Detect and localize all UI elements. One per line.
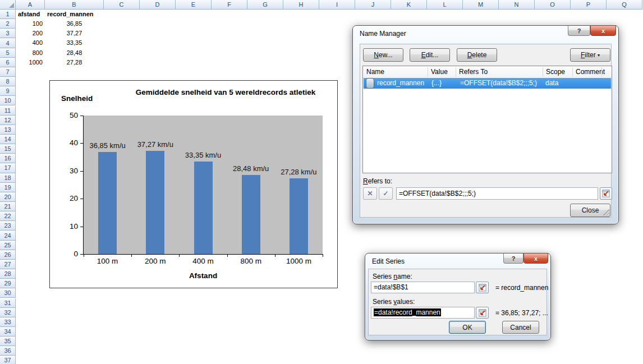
column-header-H[interactable]: H — [283, 0, 319, 10]
close-window-button[interactable]: x — [523, 253, 548, 264]
nm-column-header-comment[interactable]: Comment — [572, 66, 605, 78]
row-header-29[interactable]: 29 — [0, 279, 16, 288]
row-header-12[interactable]: 12 — [0, 116, 16, 125]
column-header-D[interactable]: D — [140, 0, 176, 10]
scope-cell: data — [545, 78, 558, 89]
column-header-M[interactable]: M — [463, 0, 499, 10]
row-header-4[interactable]: 4 — [0, 38, 16, 48]
chart-bar-100-m[interactable] — [98, 152, 117, 254]
cell-A3[interactable]: 200 — [16, 29, 45, 38]
column-header-E[interactable]: E — [176, 0, 212, 10]
cell-A1[interactable]: afstand — [16, 10, 45, 19]
row-header-31[interactable]: 31 — [0, 298, 16, 308]
row-header-1[interactable]: 1 — [0, 10, 16, 19]
chart-bar-800-m[interactable] — [242, 175, 260, 254]
select-all-corner[interactable] — [0, 0, 16, 10]
commit-edit-button[interactable]: ✓ — [379, 187, 393, 200]
row-header-23[interactable]: 23 — [0, 221, 16, 231]
row-header-6[interactable]: 6 — [0, 58, 16, 67]
column-header-L[interactable]: L — [427, 0, 463, 10]
delete-button[interactable]: Delete — [457, 48, 497, 62]
column-header-Q[interactable]: Q — [607, 0, 642, 10]
nm-column-header-name[interactable]: Name — [363, 66, 384, 78]
chart-bar-200-m[interactable] — [146, 151, 164, 254]
row-header-18[interactable]: 18 — [0, 173, 16, 183]
nm-column-header-scope[interactable]: Scope — [543, 66, 565, 78]
collapse-dialog-button[interactable] — [600, 187, 612, 200]
column-header-F[interactable]: F — [212, 0, 247, 10]
chart[interactable]: Gemiddelde snelheid van 5 wereldrecords … — [49, 80, 338, 288]
row-header-9[interactable]: 9 — [0, 86, 16, 96]
row-header-28[interactable]: 28 — [0, 269, 16, 279]
row-header-35[interactable]: 35 — [0, 337, 16, 346]
row-header-11[interactable]: 11 — [0, 106, 16, 116]
cell-B3[interactable]: 37,27 — [45, 29, 104, 38]
row-header-17[interactable]: 17 — [0, 163, 16, 173]
row-header-5[interactable]: 5 — [0, 48, 16, 58]
help-button[interactable]: ? — [568, 25, 590, 36]
column-header-J[interactable]: J — [355, 0, 391, 10]
row-header-32[interactable]: 32 — [0, 308, 16, 317]
row-header-37[interactable]: 37 — [0, 356, 16, 364]
column-header-P[interactable]: P — [571, 0, 607, 10]
row-header-30[interactable]: 30 — [0, 288, 16, 298]
cell-A6[interactable]: 1000 — [16, 58, 45, 67]
column-header-N[interactable]: N — [499, 0, 535, 10]
collapse-dialog-button[interactable] — [476, 282, 489, 293]
cancel-button[interactable]: Cancel — [502, 321, 539, 334]
row-header-19[interactable]: 19 — [0, 183, 16, 192]
row-header-15[interactable]: 15 — [0, 144, 16, 154]
nm-column-header-value[interactable]: Value — [428, 66, 448, 78]
row-header-8[interactable]: 8 — [0, 77, 16, 86]
row-header-22[interactable]: 22 — [0, 211, 16, 221]
cell-B6[interactable]: 27,28 — [45, 58, 104, 67]
column-header-K[interactable]: K — [391, 0, 427, 10]
close-window-button[interactable]: x — [590, 25, 616, 36]
row-header-21[interactable]: 21 — [0, 202, 16, 211]
edit-button[interactable]: Edit... — [410, 48, 450, 62]
column-header-C[interactable]: C — [104, 0, 140, 10]
row-header-13[interactable]: 13 — [0, 125, 16, 135]
cell-A5[interactable]: 800 — [16, 48, 45, 58]
column-header-A[interactable]: A — [16, 0, 45, 10]
row-header-7[interactable]: 7 — [0, 67, 16, 77]
column-header-I[interactable]: I — [319, 0, 355, 10]
nm-column-header-refers-to[interactable]: Refers To — [456, 66, 488, 78]
row-header-27[interactable]: 27 — [0, 260, 16, 269]
cell-A4[interactable]: 400 — [16, 38, 45, 48]
column-header-B[interactable]: B — [45, 0, 104, 10]
series-values-input[interactable]: =data!record_mannen — [371, 307, 475, 319]
column-header-G[interactable]: G — [247, 0, 283, 10]
cell-B1[interactable]: record_mannen — [45, 10, 104, 19]
help-button[interactable]: ? — [503, 253, 523, 264]
series-name-input[interactable]: =data!$B$1 — [371, 282, 475, 293]
refers-to-input[interactable]: =OFFSET(data!$B$2;;;5;) — [396, 187, 598, 200]
filter-button[interactable]: Filter ▾ — [570, 48, 610, 62]
names-list: NameValueRefers ToScopeComment record_ma… — [362, 66, 612, 173]
row-header-2[interactable]: 2 — [0, 19, 16, 29]
row-header-20[interactable]: 20 — [0, 192, 16, 202]
x-category-label: 200 m — [130, 257, 181, 265]
cell-B5[interactable]: 28,48 — [45, 48, 104, 58]
column-header-O[interactable]: O — [535, 0, 571, 10]
ok-button[interactable]: OK — [449, 321, 486, 334]
chart-bar-400-m[interactable] — [194, 162, 213, 254]
new-button[interactable]: New... — [363, 48, 403, 62]
row-header-33[interactable]: 33 — [0, 317, 16, 327]
name-list-row[interactable]: record_mannen {...} =OFFSET(data!$B$2;;;… — [364, 78, 611, 89]
row-header-26[interactable]: 26 — [0, 250, 16, 260]
cell-B4[interactable]: 33,35 — [45, 38, 104, 48]
row-header-10[interactable]: 10 — [0, 96, 16, 105]
collapse-dialog-button[interactable] — [476, 307, 489, 319]
row-header-25[interactable]: 25 — [0, 241, 16, 250]
row-header-14[interactable]: 14 — [0, 135, 16, 144]
cell-B2[interactable]: 36,85 — [45, 19, 104, 29]
chart-bar-1000-m[interactable] — [290, 178, 308, 254]
row-header-36[interactable]: 36 — [0, 346, 16, 356]
row-header-3[interactable]: 3 — [0, 29, 16, 38]
row-header-16[interactable]: 16 — [0, 154, 16, 163]
row-header-34[interactable]: 34 — [0, 327, 16, 337]
cancel-edit-button[interactable]: ✕ — [363, 187, 377, 200]
cell-A2[interactable]: 100 — [16, 19, 45, 29]
row-header-24[interactable]: 24 — [0, 231, 16, 240]
